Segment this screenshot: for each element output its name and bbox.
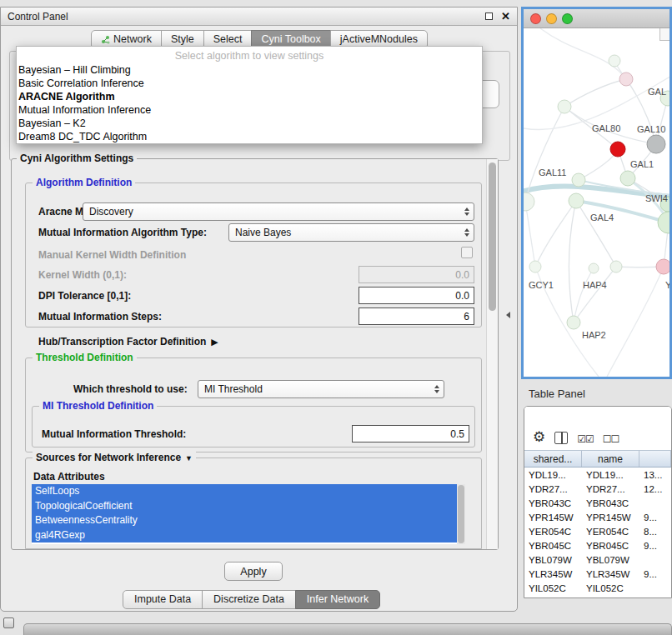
gear-icon[interactable]: ⚙: [533, 430, 545, 444]
table-row[interactable]: YBR043CYBR043C: [524, 496, 671, 510]
dropdown-item[interactable]: Mutual Information Inference: [17, 103, 482, 117]
table-cell: YLR345W: [582, 569, 639, 579]
dropdown-item[interactable]: Bayesian – K2: [17, 117, 482, 130]
network-node[interactable]: [658, 212, 669, 233]
manual-kernel-checkbox[interactable]: [461, 247, 473, 258]
network-canvas-area[interactable]: GALGAL80GAL10GAL11GAL1SWI4GAL4GCY1HAP4YH…: [524, 28, 669, 377]
attribute-item-selected[interactable]: gal4RGexp: [32, 528, 457, 543]
table-row[interactable]: YLR345WYLR345W9...: [524, 567, 671, 581]
splitter-collapse-arrow[interactable]: [506, 312, 510, 318]
table-cell: YER054C: [582, 527, 639, 537]
column-header-name[interactable]: name: [582, 451, 639, 467]
network-view-window: GALGAL80GAL10GAL11GAL1SWI4GAL4GCY1HAP4YH…: [521, 7, 672, 379]
network-node[interactable]: [558, 100, 571, 113]
attribute-item-selected[interactable]: SelfLoops: [32, 484, 457, 499]
dpi-tolerance-field[interactable]: 0.0: [359, 287, 474, 304]
network-node[interactable]: [656, 259, 669, 274]
table-cell: 12...: [639, 484, 671, 494]
table-row[interactable]: YBR045CYBR045C9...: [524, 538, 671, 552]
column-header-shared-name[interactable]: shared...: [524, 451, 582, 467]
select-all-columns-icon[interactable]: ☑☑: [577, 434, 594, 444]
scrollbar-thumb[interactable]: [458, 485, 464, 543]
table-row[interactable]: YDR27...YDR27...12...: [524, 482, 671, 496]
column-header-extra[interactable]: [639, 451, 671, 467]
traffic-light-zoom-icon[interactable]: [562, 13, 573, 24]
mi-threshold-label: Mutual Information Threshold:: [42, 428, 186, 440]
network-node[interactable]: [572, 173, 585, 187]
panel-dock-icon[interactable]: [3, 618, 14, 628]
table-row[interactable]: YPR145WYPR145W9...: [524, 510, 671, 524]
mi-threshold-group-title: MI Threshold Definition: [39, 400, 157, 412]
traffic-light-minimize-icon[interactable]: [546, 13, 557, 24]
mi-algorithm-type-label: Mutual Information Algorithm Type:: [38, 227, 207, 238]
network-node[interactable]: [610, 261, 622, 272]
kernel-width-label: Kernel Width (0,1):: [38, 269, 127, 281]
dropdown-item-selected[interactable]: ARACNE Algorithm: [17, 90, 482, 103]
table-row[interactable]: YDL19...YDL19...13...: [524, 468, 671, 482]
network-node[interactable]: [569, 193, 584, 208]
combo-value: Naive Bayes: [235, 227, 291, 238]
network-node[interactable]: [609, 55, 620, 67]
network-node-label: GAL4: [590, 212, 614, 222]
network-window-titlebar[interactable]: [524, 9, 669, 28]
scrollbar-thumb[interactable]: [489, 162, 496, 311]
attribute-item-selected[interactable]: TopologicalCoefficient: [32, 499, 457, 514]
columns-icon[interactable]: [554, 432, 568, 444]
network-node-label: GAL: [648, 87, 666, 97]
dropdown-item[interactable]: Bayesian – Hill Climbing: [17, 63, 482, 77]
table-body: YDL19...YDL19...13...YDR27...YDR27...12.…: [524, 468, 671, 595]
network-edge: [540, 28, 626, 79]
tab-infer-network[interactable]: Infer Network: [295, 590, 380, 609]
desktop: Control Panel ✕ Network Style Select Cyn…: [0, 0, 672, 635]
mi-steps-field[interactable]: 6: [359, 308, 474, 325]
table-cell: 9...: [639, 569, 671, 579]
network-node[interactable]: [567, 316, 580, 329]
table-cell: 13...: [639, 470, 671, 480]
hub-definition-expander[interactable]: Hub/Transcription Factor Definition▶: [38, 336, 218, 348]
combo-arrows-icon: [464, 208, 469, 216]
which-threshold-combo[interactable]: MI Threshold: [198, 380, 444, 398]
traffic-light-close-icon[interactable]: [530, 13, 541, 24]
tab-discretize-data[interactable]: Discretize Data: [202, 590, 296, 609]
network-node-label: GAL10: [637, 124, 665, 134]
network-node[interactable]: [620, 171, 635, 186]
aracne-mode-combo[interactable]: Discovery: [83, 202, 474, 221]
close-icon[interactable]: ✕: [501, 11, 510, 22]
network-node-label: GCY1: [529, 280, 554, 290]
kernel-width-field[interactable]: 0.0: [359, 266, 474, 283]
network-node-label: HAP2: [582, 330, 606, 340]
apply-button[interactable]: Apply: [224, 562, 283, 581]
table-row[interactable]: YIL052CYIL052C: [524, 581, 671, 595]
combo-value: Discovery: [89, 206, 133, 218]
network-node[interactable]: [524, 192, 534, 211]
table-cell: 8...: [639, 527, 671, 537]
network-node-label: Y: [665, 280, 669, 290]
sources-group-title[interactable]: Sources for Network Inference▼: [33, 452, 196, 463]
cyni-algorithm-settings-panel: Cyni Algorithm Settings Algorithm Defini…: [11, 158, 499, 550]
bottom-tab-bar: Impute Data Discretize Data Infer Networ…: [123, 590, 379, 609]
network-node[interactable]: [610, 142, 625, 157]
table-cell: YLR345W: [524, 569, 582, 579]
network-node[interactable]: [529, 261, 541, 272]
attribute-item-selected[interactable]: BetweennessCentrality: [32, 513, 457, 528]
table-cell: YBR045C: [524, 541, 582, 551]
dropdown-item[interactable]: Basic Correlation Inference: [17, 77, 482, 90]
mi-algorithm-type-combo[interactable]: Naive Bayes: [228, 223, 474, 242]
combo-arrows-icon: [434, 385, 439, 393]
tab-impute-data[interactable]: Impute Data: [123, 590, 203, 609]
table-row[interactable]: YER054CYER054C8...: [524, 524, 671, 538]
attributes-scrollbar[interactable]: [457, 484, 465, 544]
network-node[interactable]: [589, 263, 599, 273]
dropdown-placeholder: Select algorithm to view settings: [17, 49, 482, 63]
network-canvas[interactable]: GALGAL80GAL10GAL11GAL1SWI4GAL4GCY1HAP4YH…: [524, 28, 669, 377]
mi-threshold-field[interactable]: 0.5: [352, 425, 469, 442]
float-window-icon[interactable]: [485, 12, 493, 20]
network-edge: [574, 268, 594, 322]
table-row[interactable]: YBL079WYBL079W: [524, 552, 671, 567]
network-node[interactable]: [647, 135, 665, 153]
network-node[interactable]: [619, 72, 633, 86]
settings-scrollbar[interactable]: [486, 159, 498, 549]
deselect-all-columns-icon[interactable]: ☐☐: [603, 434, 619, 444]
dropdown-item[interactable]: Dream8 DC_TDC Algorithm: [17, 130, 482, 143]
control-panel-titlebar[interactable]: Control Panel ✕: [1, 8, 517, 26]
